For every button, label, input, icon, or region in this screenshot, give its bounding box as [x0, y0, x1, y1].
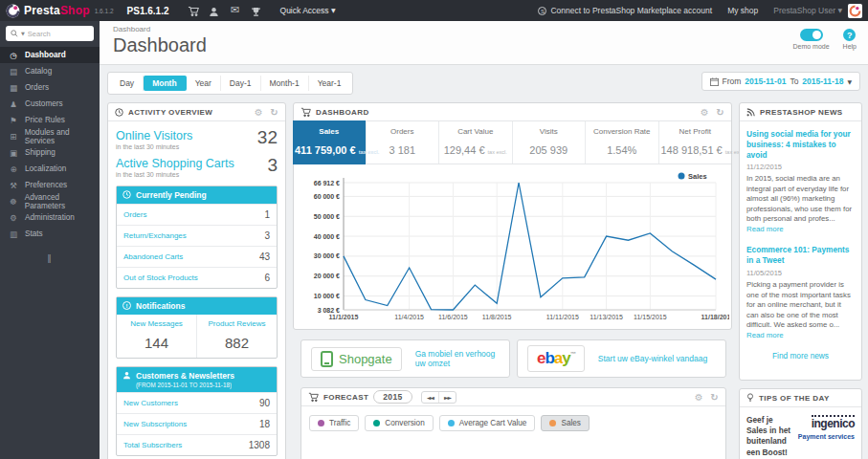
- help-control[interactable]: ? Help: [843, 29, 857, 50]
- sidebar-item-stats[interactable]: ▥Stats: [0, 226, 100, 242]
- kpi-visits[interactable]: Visits205 939: [513, 121, 587, 164]
- date-from: 2015-11-01: [745, 76, 786, 86]
- tab-month-1[interactable]: Month-1: [261, 76, 309, 91]
- chart-icon: ▥: [9, 230, 18, 239]
- my-shop-link[interactable]: My shop: [727, 6, 758, 15]
- date-range-button[interactable]: From2015-11-01 To2015-11-18 ▼: [701, 72, 860, 91]
- pending-returns-row[interactable]: Return/Exchanges3: [117, 225, 277, 246]
- trophy-icon[interactable]: [246, 0, 267, 21]
- breadcrumb[interactable]: Dashboard: [113, 25, 860, 33]
- sidebar-item-modules[interactable]: ⊞Modules and Services: [0, 128, 100, 144]
- forecast-year[interactable]: 2015: [373, 390, 412, 404]
- svg-text:11/18/201: 11/18/201: [701, 314, 729, 320]
- prestashop-logo-icon: [6, 4, 20, 18]
- total-subscribers-row[interactable]: Total Subscribers1308: [117, 434, 277, 455]
- section-title: Notifications: [136, 301, 185, 311]
- sidebar-item-orders[interactable]: ▦Orders: [0, 79, 100, 96]
- legend-average-cart-value[interactable]: Average Cart Value: [439, 415, 536, 431]
- demo-mode-toggle[interactable]: [800, 29, 823, 41]
- sidebar-item-preferences[interactable]: ⚒Preferences: [0, 177, 100, 193]
- tab-day-1[interactable]: Day-1: [221, 76, 261, 91]
- active-carts-stat: Active Shopping Carts in the last 30 min…: [116, 157, 278, 178]
- kpi-sales[interactable]: Sales411 759,00 € tax excl.: [293, 120, 367, 164]
- find-more-news-link[interactable]: Find more news: [746, 351, 855, 361]
- refresh-icon[interactable]: ↻: [270, 107, 278, 118]
- currently-pending-section: Currently Pending Orders1 Return/Exchang…: [116, 186, 278, 289]
- help-icon[interactable]: ?: [843, 29, 856, 41]
- sidebar-item-price-rules[interactable]: ⚑Price Rules: [0, 112, 100, 128]
- legend-traffic[interactable]: Traffic: [309, 415, 359, 431]
- sidebar-item-shipping[interactable]: ▣Shipping: [0, 144, 100, 161]
- out-of-stock-row[interactable]: Out of Stock Products6: [117, 267, 277, 288]
- sidebar-item-localization[interactable]: ⊕Localization: [0, 161, 100, 177]
- cart-icon[interactable]: [183, 0, 204, 21]
- read-more-link[interactable]: Read more: [746, 225, 784, 233]
- tab-year-1[interactable]: Year-1: [309, 76, 350, 91]
- product-reviews-cell[interactable]: Product Reviews882: [196, 315, 277, 358]
- shopgate-phone-icon: [321, 351, 333, 367]
- user-menu[interactable]: PrestaShop User ▼: [773, 6, 842, 15]
- search-input[interactable]: [28, 30, 78, 38]
- shopgate-logo: Shopgate: [311, 347, 402, 371]
- tab-year[interactable]: Year: [187, 76, 221, 91]
- prestashop-logo[interactable]: PrestaShop 1.6.1.2: [6, 4, 114, 18]
- gear-icon[interactable]: ⚙: [695, 392, 703, 403]
- sidebar-item-customers[interactable]: ♟Customers: [0, 96, 100, 112]
- sidebar-item-catalog[interactable]: ▤Catalog: [0, 63, 100, 79]
- sidebar-collapse-handle[interactable]: ‖: [0, 253, 100, 263]
- activity-overview-panel: ACTIVITY OVERVIEW ⚙↻ Online Visitors in …: [107, 102, 286, 459]
- kpi-net-profit[interactable]: Net Profit148 918,51 € tax excl.: [659, 121, 732, 164]
- active-carts-link[interactable]: Active Shopping Carts: [116, 157, 278, 170]
- read-more-link[interactable]: Read more: [746, 331, 784, 339]
- pending-orders-row[interactable]: Orders1: [117, 204, 277, 225]
- legend-sales[interactable]: Sales: [541, 415, 589, 431]
- sidebar-item-label: Customers: [25, 99, 63, 108]
- marketplace-link[interactable]: SConnect to PrestaShop Marketplace accou…: [538, 6, 712, 15]
- sidebar-item-label: Localization: [25, 164, 66, 173]
- new-customers-row[interactable]: New Customers90: [117, 392, 277, 413]
- sidebar-item-administration[interactable]: ⚙Administration: [0, 209, 100, 226]
- tab-day[interactable]: Day: [111, 76, 144, 91]
- customer-icon[interactable]: [204, 0, 225, 21]
- globe-icon: ⊕: [9, 164, 18, 174]
- shopgate-link[interactable]: Ga mobiel en verhoog uw omzet: [415, 349, 500, 368]
- gear-icon[interactable]: ⚙: [255, 107, 263, 118]
- sidebar-item-advanced-parameters[interactable]: ☸Advanced Parameters: [0, 193, 100, 209]
- article-title-link[interactable]: Ecommerce 101: Payments in a Tweet: [746, 245, 855, 266]
- section-title: Currently Pending: [136, 190, 207, 200]
- book-icon: ▤: [9, 67, 18, 76]
- shopgate-banner[interactable]: Shopgate Ga mobiel en verhoog uw omzet: [300, 339, 510, 378]
- envelope-icon[interactable]: ✉: [225, 0, 246, 21]
- demo-mode-control[interactable]: Demo mode: [792, 29, 829, 50]
- search-icon: [11, 30, 18, 37]
- kpi-cart-value[interactable]: Cart Value129,44 € tax excl.: [439, 121, 513, 164]
- next-year-button[interactable]: ►►: [438, 392, 456, 403]
- legend-conversion[interactable]: Conversion: [365, 415, 433, 431]
- online-visitors-link[interactable]: Online Visitors: [116, 129, 278, 142]
- avatar[interactable]: [848, 4, 862, 18]
- svg-text:50 000 €: 50 000 €: [314, 213, 340, 220]
- quick-access-menu[interactable]: Quick Access ▼: [280, 6, 336, 15]
- refresh-icon[interactable]: ↻: [710, 392, 719, 403]
- sidebar-search[interactable]: ▼: [6, 26, 94, 41]
- prev-year-button[interactable]: ◄◄: [422, 392, 438, 403]
- new-subscriptions-row[interactable]: New Subscriptions18: [117, 413, 277, 434]
- sidebar-item-dashboard[interactable]: ◷Dashboard: [0, 47, 100, 63]
- sidebar-item-label: Shipping: [25, 148, 56, 157]
- refresh-icon[interactable]: ↻: [716, 107, 724, 118]
- ebay-banner[interactable]: ebay™ Start uw eBay-winkel vandaag: [517, 339, 726, 378]
- kpi-orders[interactable]: Orders3 181: [367, 121, 440, 164]
- ebay-link[interactable]: Start uw eBay-winkel vandaag: [598, 354, 707, 363]
- sales-line-chart: 66 912 €60 000 €50 000 €40 000 €30 000 €…: [296, 168, 729, 329]
- article-title-link[interactable]: Using social media for your business: 4 …: [746, 129, 855, 160]
- kpi-conversion-rate[interactable]: Conversion Rate1.54%: [586, 121, 659, 164]
- abandoned-carts-row[interactable]: Abandoned Carts43: [117, 246, 277, 267]
- info-icon: !: [122, 301, 131, 310]
- forecast-legend: Traffic Conversion Average Cart Value Sa…: [301, 406, 725, 440]
- section-title: Customers & Newsletters: [136, 371, 234, 381]
- new-messages-cell[interactable]: New Messages144: [117, 315, 196, 358]
- gear-icon[interactable]: ⚙: [701, 107, 709, 118]
- clock-icon: [115, 108, 123, 117]
- tag-icon: ⚑: [9, 116, 18, 125]
- tab-month[interactable]: Month: [144, 76, 187, 91]
